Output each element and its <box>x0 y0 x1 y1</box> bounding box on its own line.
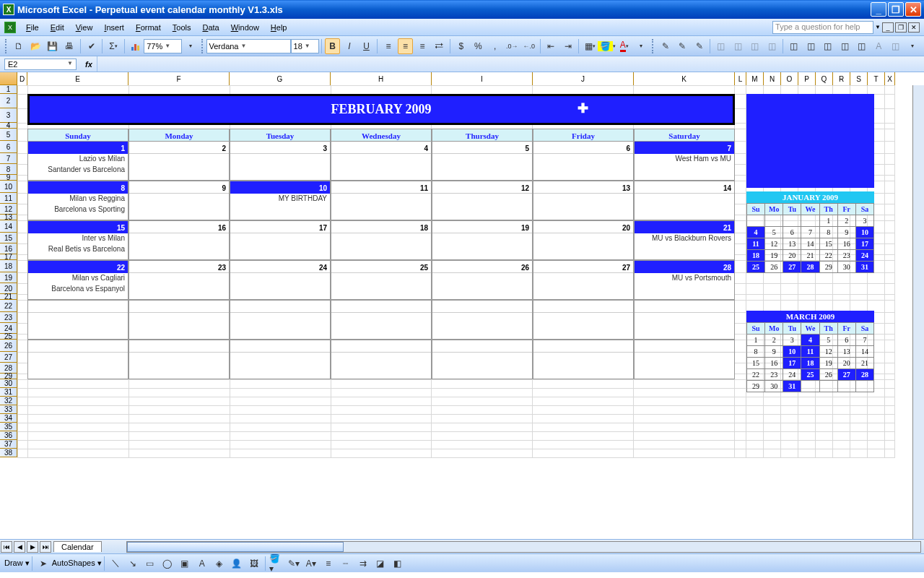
increase-indent-button[interactable]: ⇥ <box>560 38 575 54</box>
rectangle-button[interactable]: ▭ <box>142 556 158 571</box>
day-cell[interactable] <box>230 300 331 340</box>
mini-day-cell[interactable] <box>801 215 819 227</box>
row-header[interactable]: 32 <box>0 397 17 405</box>
column-header[interactable]: T <box>868 72 885 85</box>
toolbar-options-button[interactable]: ▾ <box>633 38 648 54</box>
row-header[interactable]: 14 <box>0 220 17 233</box>
day-cell[interactable]: 27 <box>533 260 634 300</box>
mini-day-cell[interactable]: 27 <box>783 262 801 273</box>
decrease-indent-button[interactable]: ⇤ <box>543 38 558 54</box>
increase-decimal-button[interactable]: .0→ <box>505 38 520 54</box>
sheet-tab-calendar[interactable]: Calendar <box>53 541 102 552</box>
reviewing-button-2[interactable]: ✎ <box>674 38 689 54</box>
row-header[interactable]: 36 <box>0 431 17 440</box>
day-cell[interactable]: 22Milan vs CagliariBarcelona vs Espanyol <box>27 260 128 300</box>
day-cell[interactable]: 20 <box>533 220 634 260</box>
underline-button[interactable]: U <box>359 38 374 54</box>
arrow-button[interactable]: ↘ <box>125 556 141 571</box>
row-header[interactable]: 37 <box>0 440 17 449</box>
mini-day-cell[interactable]: 4 <box>747 227 765 238</box>
mini-day-cell[interactable]: 8 <box>819 227 837 238</box>
mini-day-cell[interactable]: 27 <box>837 369 855 381</box>
day-cell[interactable]: 5 <box>432 141 533 181</box>
reviewing-button-9[interactable]: ◫ <box>803 38 819 54</box>
day-cell[interactable] <box>27 340 128 379</box>
mini-day-cell[interactable]: 18 <box>801 358 819 369</box>
menu-format[interactable]: Format <box>130 21 167 34</box>
row-header[interactable]: 19 <box>0 272 17 283</box>
mini-day-cell[interactable]: 7 <box>855 335 873 346</box>
currency-button[interactable]: $ <box>453 38 468 54</box>
mini-day-cell[interactable]: 18 <box>747 250 765 262</box>
day-cell[interactable]: 18 <box>331 220 432 260</box>
day-cell[interactable]: 19 <box>432 220 533 260</box>
mini-day-cell[interactable]: 2 <box>765 335 783 346</box>
mini-day-cell[interactable]: 9 <box>837 227 855 238</box>
mini-day-cell[interactable]: 7 <box>801 227 819 238</box>
day-cell[interactable] <box>634 300 735 340</box>
column-header[interactable]: K <box>634 72 735 85</box>
mini-day-cell[interactable]: 23 <box>765 369 783 381</box>
oval-button[interactable]: ◯ <box>160 556 175 571</box>
calendar-title[interactable]: FEBRUARY 2009✚ <box>27 94 735 125</box>
mini-day-cell[interactable]: 24 <box>783 369 801 381</box>
formula-input[interactable] <box>97 56 924 72</box>
autosum-button[interactable]: Σ▾ <box>105 38 121 54</box>
mdi-minimize-button[interactable]: _ <box>882 22 894 33</box>
mini-day-cell[interactable]: 24 <box>855 250 873 262</box>
mini-day-cell[interactable]: 15 <box>747 358 765 369</box>
mini-day-cell[interactable]: 4 <box>801 335 819 346</box>
day-cell[interactable]: 11 <box>331 181 432 220</box>
merge-center-button[interactable]: ⮂ <box>432 38 447 54</box>
toolbar-grip-icon[interactable] <box>652 39 655 53</box>
reviewing-button-14[interactable]: ◫ <box>888 38 903 54</box>
toolbar-options-button[interactable]: ▾ <box>905 38 920 54</box>
reviewing-button-4[interactable]: ◫ <box>713 38 728 54</box>
day-cell[interactable] <box>128 300 230 340</box>
mdi-restore-button[interactable]: ❐ <box>895 22 907 33</box>
align-left-button[interactable]: ≡ <box>380 38 396 54</box>
row-header[interactable]: 3 <box>0 108 17 123</box>
mini-day-cell[interactable]: 11 <box>801 346 819 358</box>
mini-day-cell[interactable]: 16 <box>837 238 855 250</box>
column-header[interactable]: I <box>432 72 533 85</box>
maximize-button[interactable]: ❐ <box>888 2 904 17</box>
mini-day-cell[interactable]: 6 <box>837 335 855 346</box>
row-header[interactable]: 33 <box>0 405 17 414</box>
day-cell[interactable]: 9 <box>128 181 230 220</box>
mini-day-cell[interactable]: 3 <box>855 215 873 227</box>
row-header[interactable]: 6 <box>0 141 17 153</box>
mini-day-cell[interactable]: 20 <box>783 250 801 262</box>
mini-day-cell[interactable]: 17 <box>783 358 801 369</box>
day-cell[interactable]: 25 <box>331 260 432 300</box>
column-header[interactable]: H <box>331 72 432 85</box>
day-cell[interactable]: 12 <box>432 181 533 220</box>
dash-style-button[interactable]: ┈ <box>338 556 354 571</box>
row-header[interactable]: 13 <box>0 215 17 220</box>
mini-day-cell[interactable]: 8 <box>747 346 765 358</box>
mdi-close-button[interactable]: ✕ <box>908 22 920 33</box>
menu-view[interactable]: View <box>70 21 99 34</box>
reviewing-button-6[interactable]: ◫ <box>747 38 762 54</box>
zoom-combo[interactable]: 77%▼ <box>144 39 182 53</box>
mini-day-cell[interactable]: 21 <box>801 250 819 262</box>
column-header[interactable]: P <box>798 72 816 85</box>
day-cell[interactable]: 1Lazio vs MilanSantander vs Barcelona <box>27 141 128 181</box>
font-combo[interactable]: Verdana▼ <box>206 39 291 53</box>
mini-day-cell[interactable]: 22 <box>819 250 837 262</box>
mini-day-cell[interactable]: 26 <box>765 262 783 273</box>
mini-day-cell[interactable]: 22 <box>747 369 765 381</box>
reviewing-button-1[interactable]: ✎ <box>658 38 673 54</box>
day-cell[interactable] <box>432 300 533 340</box>
row-header[interactable]: 29 <box>0 374 17 379</box>
autoshapes-menu[interactable]: AutoShapes ▾ <box>52 558 102 568</box>
column-header[interactable]: O <box>781 72 798 85</box>
column-header[interactable]: G <box>230 72 331 85</box>
bold-button[interactable]: B <box>325 38 340 54</box>
reviewing-button-12[interactable]: ◫ <box>854 38 869 54</box>
borders-button[interactable]: ▦▾ <box>582 38 597 54</box>
day-cell[interactable]: 3 <box>230 141 331 181</box>
mini-day-cell[interactable] <box>819 381 837 392</box>
day-cell[interactable] <box>533 340 634 379</box>
day-cell[interactable]: 14 <box>634 181 735 220</box>
